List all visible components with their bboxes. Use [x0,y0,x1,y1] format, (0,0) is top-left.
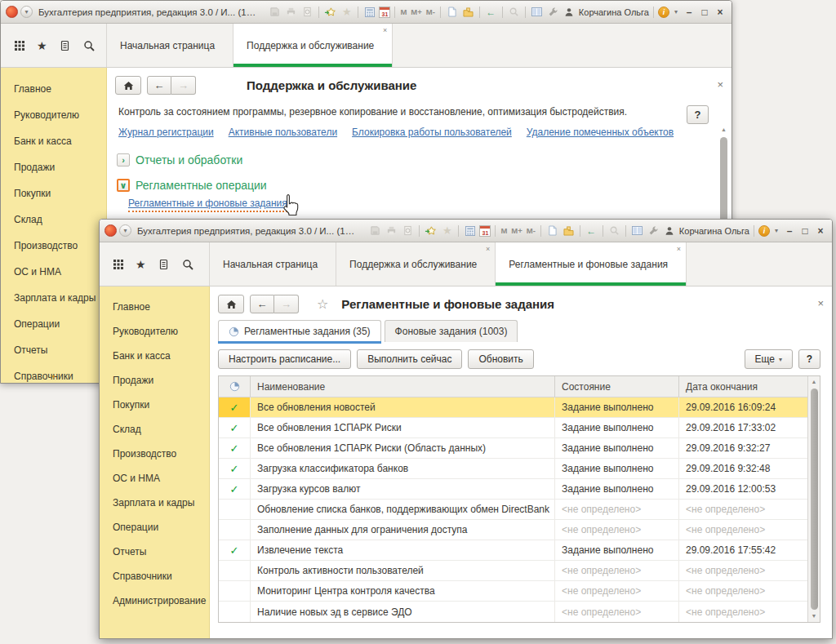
add-favorite-icon[interactable] [323,5,337,19]
current-user-name[interactable]: Корчагина Ольга [579,7,649,17]
section-toggle-icon[interactable]: › ∨ [117,153,130,167]
page-tab[interactable]: Регламентные и фоновые задания × [496,242,687,286]
scroll-down-icon[interactable]: ▼ [812,611,817,622]
open-file-icon[interactable] [461,5,475,19]
system-menu-dropdown-icon[interactable]: ▾ [119,224,131,237]
system-menu-dropdown-icon[interactable]: ▾ [20,6,33,18]
sidebar-item[interactable]: Отчеты [100,540,209,564]
close-page-icon[interactable]: × [717,79,723,90]
sidebar-item[interactable]: Операции [1,311,106,337]
print-icon[interactable] [385,224,398,238]
favorites-icon[interactable]: ★ [440,224,454,238]
job-row[interactable]: ✓ Обновление списка банков, поддерживающ… [219,500,807,520]
sidebar-item[interactable]: Продажи [100,368,209,393]
scroll-up-icon[interactable]: ▲ [812,376,817,388]
new-document-icon[interactable] [545,224,559,238]
job-row[interactable]: ✓ Извлечение текста Задание выполнено 29… [219,540,807,561]
home-button[interactable] [218,295,244,313]
section-label[interactable]: Регламентные операции [136,179,267,192]
more-button[interactable]: Еще▾ [745,349,793,369]
maximize-button[interactable]: □ [798,225,812,237]
menu-grid-icon[interactable] [111,257,125,271]
history-icon[interactable] [157,257,171,271]
save-icon[interactable] [268,5,282,19]
save-icon[interactable] [368,224,382,238]
sidebar-item[interactable]: Зарплата и кадры [100,491,209,515]
print-icon[interactable] [284,5,298,19]
app-logo-icon[interactable] [104,224,117,237]
preview-icon[interactable] [300,5,314,19]
jobs-tab[interactable]: Фоновые задания (1003) [385,320,518,342]
close-tab-icon[interactable]: × [677,246,681,253]
calculator-icon[interactable] [463,224,477,238]
search-icon[interactable] [82,38,96,52]
job-row[interactable]: ✓ Наличие новых эд в сервисе ЭДО <не опр… [219,602,807,622]
job-row[interactable]: ✓ Все обновления 1СПАРК Риски (Область д… [219,438,807,459]
forward-button[interactable]: → [274,295,299,313]
sidebar-item[interactable]: Покупки [1,180,106,207]
sidebar-item[interactable]: Покупки [100,393,209,417]
memory-subtract-button[interactable]: M- [425,7,436,16]
search-icon[interactable] [181,257,195,271]
toolbar-button[interactable]: Настроить расписание... [218,349,351,369]
scheduled-jobs-link[interactable]: Регламентные и фоновые задания [128,198,287,212]
info-dropdown-icon[interactable]: ▾ [672,5,680,19]
sidebar-item[interactable]: Банк и касса [1,128,106,154]
preview-icon[interactable] [401,224,415,238]
back-button[interactable]: ← [147,76,171,95]
favorites-panel-icon[interactable]: ★ [136,258,146,271]
sidebar-item[interactable]: Склад [1,207,106,233]
job-row[interactable]: ✓ Мониторинг Центра контроля качества <н… [219,581,807,602]
calculator-icon[interactable] [362,5,376,19]
memory-store-button[interactable]: M [399,7,407,16]
menu-grid-icon[interactable] [12,38,26,52]
window-titlebar[interactable]: ▾ Бухгалтерия предприятия, редакция 3.0 … [1,1,732,24]
current-user-name[interactable]: Корчагина Ольга [679,226,749,236]
command-link[interactable]: Активные пользователи [229,127,337,138]
status-column-header[interactable] [219,376,250,397]
section-header[interactable]: › ∨ Регламентные операции [117,179,732,192]
job-row[interactable]: ✓ Загрузка классификатора банков Задание… [219,459,807,479]
undo-icon[interactable]: ← [585,224,598,238]
help-button[interactable]: ? [798,349,820,369]
page-tab[interactable]: Начальная страница × [107,24,233,67]
service-settings-icon[interactable] [647,224,660,238]
favorite-star-icon[interactable]: ☆ [317,296,328,312]
section-toggle-icon[interactable]: › ∨ [117,179,130,192]
job-row[interactable]: ✓ Заполнение данных для ограничения дост… [219,520,807,540]
page-tab[interactable]: Начальная страница × [210,242,336,286]
info-dropdown-icon[interactable]: ▾ [772,224,780,238]
jobs-tab[interactable]: Регламентные задания (35) [218,320,381,342]
new-document-icon[interactable] [445,5,459,19]
sidebar-item[interactable]: Банк и касса [100,344,209,368]
home-button[interactable] [115,76,141,95]
job-row[interactable]: ✓ Контроль активности пользователей <не … [219,561,807,581]
app-logo-icon[interactable] [6,6,18,18]
sidebar-item[interactable]: Главное [1,76,106,102]
forward-button[interactable]: → [171,76,196,95]
scrollbar-thumb[interactable] [811,389,818,610]
history-icon[interactable] [58,38,72,52]
calendar-icon[interactable]: 31 [379,7,390,18]
minimize-button[interactable]: – [783,225,796,237]
sidebar-item[interactable]: Продажи [1,154,106,180]
sidebar-item[interactable]: Производство [1,233,106,259]
calendar-icon[interactable]: 31 [479,225,491,237]
scroll-up-icon[interactable]: ▲ [719,127,728,132]
back-button[interactable]: ← [250,295,274,313]
name-column-header[interactable]: Наименование [250,376,554,397]
search-icon[interactable] [507,5,521,19]
sidebar-item[interactable]: Производство [100,442,209,466]
sidebar-item[interactable]: Операции [100,515,209,540]
section-header[interactable]: › ∨ Отчеты и обработки [117,153,732,167]
memory-store-button[interactable]: M [500,226,508,235]
close-button[interactable]: × [814,225,827,237]
sidebar-item[interactable]: ОС и НМА [1,259,106,285]
command-link[interactable]: Блокировка работы пользователей [352,127,512,138]
minimize-button[interactable]: – [683,7,696,18]
split-view-icon[interactable] [630,224,644,238]
favorites-panel-icon[interactable]: ★ [37,39,47,52]
sidebar-item[interactable]: Главное [100,295,209,319]
sidebar-item[interactable]: Зарплата и кадры [1,285,106,311]
state-column-header[interactable]: Состояние [554,376,678,397]
